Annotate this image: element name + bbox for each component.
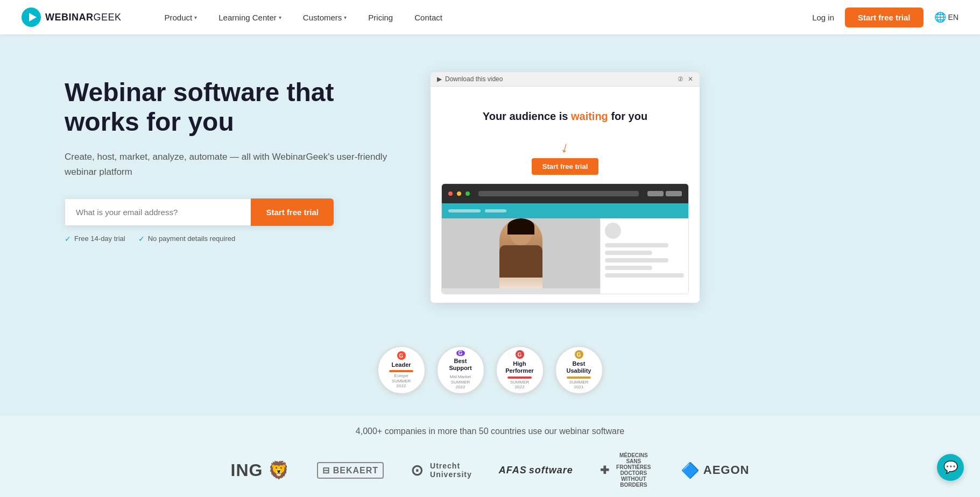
- sidebar-line-1: [605, 243, 668, 247]
- hero-checks: ✓ Free 14-day trial ✓ No payment details…: [65, 235, 387, 243]
- companies-tagline: 4,000+ companies in more than 50 countri…: [0, 427, 980, 436]
- learning-chevron-icon: ▾: [279, 15, 281, 20]
- badge-best-usability: G BestUsability SUMMER2021: [555, 346, 603, 394]
- video-toolbar: ▶ Download this video ② ✕: [431, 72, 700, 87]
- globe-icon: 🌐: [934, 11, 946, 23]
- sidebar-line-4: [605, 266, 652, 270]
- video-cta-button[interactable]: Start free trial: [532, 158, 599, 175]
- badges-section: G Leader EuropeSUMMER2022 G BestSupport …: [0, 335, 980, 416]
- email-input[interactable]: [65, 198, 251, 226]
- nav-item-contact[interactable]: Contact: [404, 0, 453, 34]
- companies-logos: ING 🦁 ⊟ BEKAERT ⊙ UtrechtUniversity AFAS…: [0, 452, 980, 488]
- video-cta-area: Start free trial: [441, 158, 689, 175]
- play-icon: ▶: [437, 75, 442, 83]
- g2-logo-3: G: [516, 350, 524, 359]
- check-no-payment: ✓ No payment details required: [138, 235, 236, 243]
- badge-bar-3: [507, 377, 531, 379]
- hero-left: Webinar software that works for you Crea…: [65, 77, 387, 243]
- customers-chevron-icon: ▾: [344, 15, 347, 20]
- nav-right: Log in Start free trial 🌐 EN: [812, 8, 958, 27]
- video-headline-area: Your audience is waiting for you: [441, 100, 689, 139]
- download-video-button[interactable]: ▶ Download this video: [437, 75, 503, 83]
- logo-text: WEBINARGEEK: [45, 12, 122, 23]
- hero-subtitle: Create, host, market, analyze, automate …: [65, 150, 387, 179]
- video-preview-bar: [442, 203, 688, 218]
- question-icon[interactable]: ②: [678, 75, 683, 83]
- logo-msf: ✚MÉDECINS SANS FRONTIÈRESDOCTORS WITHOUT…: [600, 452, 654, 488]
- hero-section: Webinar software that works for you Crea…: [0, 34, 980, 335]
- logo-icon: [22, 8, 41, 27]
- nav-cta-button[interactable]: Start free trial: [845, 8, 923, 27]
- badge-bar-4: [567, 377, 590, 379]
- hero-right: ▶ Download this video ② ✕ Your audience …: [431, 72, 700, 303]
- logo[interactable]: WEBINARGEEK: [22, 8, 122, 27]
- sidebar-line-3: [605, 258, 668, 262]
- nav-item-product[interactable]: Product ▾: [154, 0, 208, 34]
- nav-links: Product ▾ Learning Center ▾ Customers ▾ …: [154, 0, 813, 34]
- sidebar-line-5: [605, 273, 684, 278]
- video-preview-topbar: [442, 184, 688, 203]
- video-preview-content: [442, 218, 688, 294]
- nav-item-customers[interactable]: Customers ▾: [292, 0, 358, 34]
- video-inner: Your audience is waiting for you ↓ Start…: [431, 87, 700, 303]
- g2-logo-4: G: [575, 350, 583, 359]
- logo-bekaert: ⊟ BEKAERT: [317, 462, 384, 479]
- logo-afas: AFAS software: [499, 465, 573, 476]
- chat-icon: 💬: [943, 460, 958, 474]
- dot-yellow: [457, 191, 461, 196]
- hero-form: Start free trial: [65, 198, 334, 226]
- check-free-trial: ✓ Free 14-day trial: [65, 235, 125, 243]
- checkmark-icon-1: ✓: [65, 235, 71, 243]
- companies-section: 4,000+ companies in more than 50 countri…: [0, 416, 980, 497]
- video-headline: Your audience is waiting for you: [452, 110, 678, 123]
- arrow-wrapper: ↓: [441, 139, 689, 156]
- badges-row: G Leader EuropeSUMMER2022 G BestSupport …: [377, 346, 603, 394]
- logo-aegon: 🔷AEGON: [681, 461, 750, 479]
- g2-logo-2: G: [456, 350, 465, 356]
- arrow-icon: ↓: [559, 138, 571, 157]
- dot-green: [466, 191, 470, 196]
- hero-title: Webinar software that works for you: [65, 77, 387, 137]
- video-main-area: [442, 218, 600, 294]
- badge-bar-1: [389, 370, 413, 372]
- language-selector[interactable]: 🌐 EN: [934, 11, 958, 23]
- logo-utrecht: ⊙ UtrechtUniversity: [411, 461, 472, 479]
- badge-best-support: G BestSupport Mid MarketSUMMER2022: [436, 346, 485, 394]
- logo-ing: ING 🦁: [231, 460, 291, 480]
- badge-leader: G Leader EuropeSUMMER2022: [377, 346, 426, 394]
- sidebar-line-2: [605, 251, 652, 255]
- video-sidebar-panel: [600, 218, 688, 294]
- login-link[interactable]: Log in: [812, 13, 834, 22]
- chat-button[interactable]: 💬: [937, 454, 964, 481]
- close-icon[interactable]: ✕: [688, 75, 693, 83]
- dot-red: [448, 191, 453, 196]
- product-chevron-icon: ▾: [194, 15, 197, 20]
- badge-high-performer: G HighPerformer SUMMER2022: [496, 346, 544, 394]
- video-toolbar-controls: ② ✕: [678, 75, 693, 83]
- nav-item-learning-center[interactable]: Learning Center ▾: [208, 0, 292, 34]
- navbar: WEBINARGEEK Product ▾ Learning Center ▾ …: [0, 0, 980, 34]
- hero-cta-button[interactable]: Start free trial: [251, 198, 334, 226]
- video-container: ▶ Download this video ② ✕ Your audience …: [431, 72, 700, 303]
- g2-logo-1: G: [397, 351, 406, 360]
- video-preview: [441, 183, 689, 294]
- nav-item-pricing[interactable]: Pricing: [357, 0, 404, 34]
- checkmark-icon-2: ✓: [138, 235, 145, 243]
